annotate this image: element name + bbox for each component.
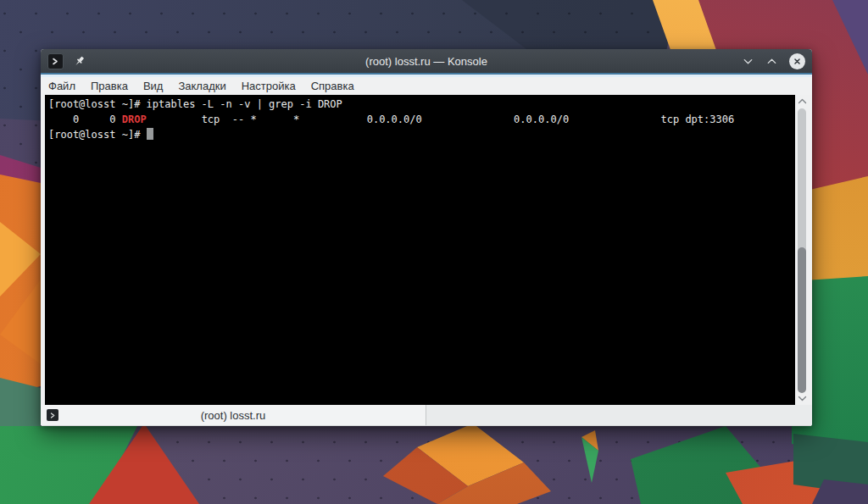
grep-match-drop: DROP	[122, 114, 147, 125]
iptables-counters: 0 0	[48, 114, 122, 125]
pin-icon[interactable]	[73, 55, 86, 68]
typed-command: iptables -L -n -v | grep -i DROP	[147, 98, 342, 110]
menu-item-edit[interactable]: Правка	[83, 78, 136, 94]
terminal-chevron-glyph	[51, 57, 60, 66]
menu-item-help[interactable]: Справка	[303, 78, 362, 94]
menubar: Файл Правка Вид Закладки Настройка Справ…	[41, 75, 812, 95]
minimize-button[interactable]	[742, 55, 754, 68]
scrollbar[interactable]	[795, 95, 810, 405]
scroll-up-button[interactable]	[797, 97, 808, 107]
terminal-area: [root@losst ~]# iptables -L -n -v | grep…	[41, 95, 812, 405]
terminal-line-output: 0 0 DROP tcp -- * * 0.0.0.0/0 0.0.0.0/0 …	[48, 112, 795, 127]
menu-item-settings[interactable]: Настройка	[234, 78, 303, 94]
menu-item-bookmarks[interactable]: Закладки	[170, 78, 233, 94]
close-button[interactable]	[789, 53, 805, 69]
tab-title: (root) losst.ru	[201, 409, 266, 422]
scrollbar-thumb[interactable]	[798, 247, 806, 393]
chevron-up-icon	[798, 98, 807, 105]
titlebar[interactable]: (root) losst.ru — Konsole	[41, 49, 812, 73]
iptables-rule-details: tcp -- * * 0.0.0.0/0 0.0.0.0/0 tcp dpt:3…	[147, 114, 735, 125]
terminal-line-prompt: [root@losst ~]#	[48, 127, 795, 142]
menu-item-view[interactable]: Вид	[136, 78, 171, 94]
chevron-down-icon	[798, 395, 807, 402]
scroll-down-button[interactable]	[797, 393, 808, 403]
chevron-down-icon	[742, 55, 754, 68]
maximize-button[interactable]	[765, 55, 778, 68]
terminal-screen[interactable]: [root@losst ~]# iptables -L -n -v | grep…	[45, 95, 795, 405]
shell-prompt: [root@losst ~]#	[48, 98, 147, 110]
shell-prompt: [root@losst ~]#	[48, 129, 147, 141]
terminal-line-command: [root@losst ~]# iptables -L -n -v | grep…	[48, 97, 795, 112]
tab-bar: (root) losst.ru	[41, 405, 812, 426]
close-icon	[791, 55, 804, 68]
terminal-cursor	[147, 128, 153, 140]
terminal-tab-icon	[47, 409, 58, 421]
konsole-app-icon[interactable]	[47, 53, 64, 69]
menu-item-file[interactable]: Файл	[41, 78, 83, 94]
chevron-up-icon	[765, 55, 778, 68]
konsole-window: (root) losst.ru — Konsole Файл Правка	[41, 49, 812, 426]
window-title: (root) losst.ru — Konsole	[41, 55, 812, 68]
tab-active[interactable]: (root) losst.ru	[41, 405, 426, 425]
terminal-chevron-glyph	[49, 412, 57, 419]
